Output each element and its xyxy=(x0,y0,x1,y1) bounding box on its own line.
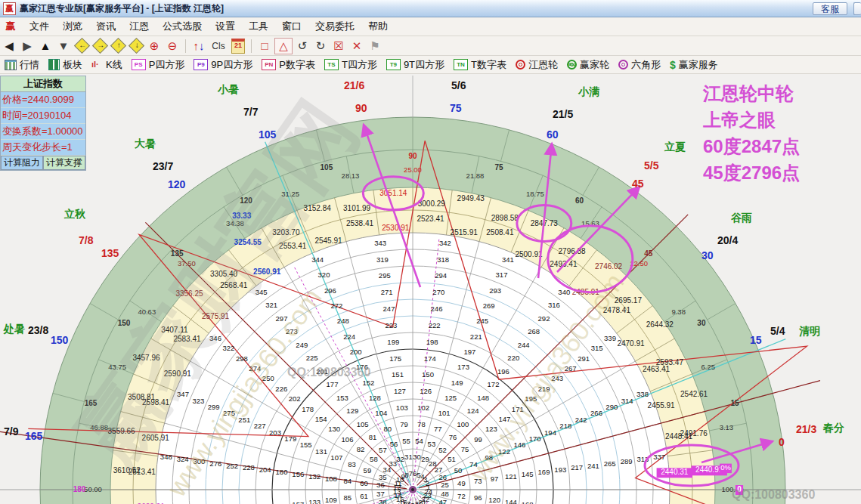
svg-text:133: 133 xyxy=(308,498,321,504)
menu-item-2[interactable]: 资讯 xyxy=(89,19,122,33)
svg-text:2440.91: 2440.91 xyxy=(695,465,723,474)
svg-text:314: 314 xyxy=(621,397,633,405)
svg-text:2538.41: 2538.41 xyxy=(346,219,374,227)
svg-text:320: 320 xyxy=(318,271,330,279)
wheel-outer-label: 5/6 xyxy=(451,79,466,91)
svg-text:2593.47: 2593.47 xyxy=(656,358,684,366)
tool-quotes[interactable]: 行情 xyxy=(5,58,39,72)
tool-gann-wheel[interactable]: 江恩轮 xyxy=(516,58,558,72)
menu-item-3[interactable]: 江恩 xyxy=(122,19,156,33)
updown-marker-button[interactable]: ↑↓ xyxy=(190,39,207,54)
partial-button[interactable] xyxy=(853,2,861,15)
tool-winner-wheel[interactable]: Big赢家轮 xyxy=(567,58,609,72)
svg-text:72: 72 xyxy=(457,492,466,500)
svg-text:53: 53 xyxy=(428,440,436,448)
calc-support-button[interactable]: 计算支撑 xyxy=(43,156,85,170)
svg-text:84: 84 xyxy=(343,477,352,485)
svg-text:319: 319 xyxy=(376,255,389,264)
menu-item-1[interactable]: 浏览 xyxy=(56,19,89,33)
customer-service-button[interactable]: 客服 xyxy=(813,2,847,15)
wheel-outer-label: 135 xyxy=(101,247,119,259)
svg-text:2746.02: 2746.02 xyxy=(595,262,623,271)
nav-prev-button[interactable]: ◀ xyxy=(1,39,17,54)
wheel-outer-label: 0 xyxy=(779,436,785,448)
cls-button[interactable]: Cls xyxy=(209,39,228,54)
svg-text:293: 293 xyxy=(489,286,501,295)
svg-text:2530.91: 2530.91 xyxy=(382,224,410,232)
tool-t-square[interactable]: TST四方形 xyxy=(324,58,377,72)
svg-text:318: 318 xyxy=(437,255,449,264)
draw-rect-button[interactable]: □ xyxy=(256,39,273,54)
t-square-icon: TS xyxy=(324,59,339,70)
tool-sectors[interactable]: 板块 xyxy=(48,58,82,72)
svg-text:2523.41: 2523.41 xyxy=(417,215,444,223)
svg-text:80: 80 xyxy=(383,425,392,433)
rotate-cw-button[interactable]: ↻ xyxy=(312,39,329,54)
rotate-ccw-button[interactable]: ↺ xyxy=(294,39,311,54)
wheel-outer-label: 21/3 xyxy=(796,423,816,435)
winner-wheel-icon: Big xyxy=(567,60,577,70)
nav-next-button[interactable]: ▶ xyxy=(19,39,36,54)
calendar-button[interactable]: 21 xyxy=(230,39,246,54)
draw-triangle-button[interactable]: △ xyxy=(274,38,293,54)
tool-winner-service[interactable]: $赢家服务 xyxy=(670,58,718,72)
info-row-1: 时间=20190104 xyxy=(1,108,85,124)
svg-text:196: 196 xyxy=(497,367,509,376)
nav-down-button[interactable]: ▼ xyxy=(55,39,72,54)
svg-text:109: 109 xyxy=(325,496,337,504)
svg-text:269: 269 xyxy=(483,301,495,310)
gann-wheel-chart-area[interactable]: 1234567891011121314151617181920212223242… xyxy=(0,74,861,504)
svg-text:106: 106 xyxy=(342,435,354,444)
svg-text:3101.99: 3101.99 xyxy=(343,204,371,212)
tool-kline[interactable]: ıl·K线 xyxy=(91,58,122,72)
svg-text:315: 315 xyxy=(591,344,603,352)
menu-item-6[interactable]: 工具 xyxy=(242,19,275,33)
svg-text:3.13: 3.13 xyxy=(720,423,734,431)
svg-text:3051.14: 3051.14 xyxy=(379,189,407,197)
shift-left-button[interactable]: ← xyxy=(73,39,90,54)
wheel-outer-label: 21/5 xyxy=(553,108,573,120)
boxed-x-button[interactable]: ☒ xyxy=(330,39,347,54)
menu-item-8[interactable]: 交易委托 xyxy=(308,19,361,33)
svg-text:108: 108 xyxy=(325,475,337,483)
svg-text:57: 57 xyxy=(379,446,387,454)
tool-9p-square[interactable]: P99P四方形 xyxy=(194,58,252,72)
svg-text:6: 6 xyxy=(413,469,417,478)
nav-up-button[interactable]: ▲ xyxy=(37,39,54,54)
svg-text:218: 218 xyxy=(559,422,571,430)
svg-text:168: 168 xyxy=(522,500,534,504)
svg-text:298: 298 xyxy=(236,354,248,363)
shift-up-button[interactable]: ↑ xyxy=(110,39,126,54)
p-table-icon: PN xyxy=(262,59,276,70)
info-row-2: 变换系数=1.00000 xyxy=(1,124,85,140)
zoom-out-button[interactable]: ⊖ xyxy=(164,39,181,54)
cross-marker-button[interactable]: ✕ xyxy=(348,39,365,54)
zoom-in-button[interactable]: ⊕ xyxy=(146,39,163,54)
tool-p-square[interactable]: PSP四方形 xyxy=(132,58,185,72)
menu-item-5[interactable]: 设置 xyxy=(209,19,242,33)
wheel-outer-label: 立秋 xyxy=(64,208,85,221)
tool-hexagon[interactable]: 六角形 xyxy=(618,58,661,72)
menu-item-4[interactable]: 公式选股 xyxy=(156,19,209,33)
menu-item-7[interactable]: 窗口 xyxy=(275,19,308,33)
menu-item-0[interactable]: 文件 xyxy=(23,19,56,33)
tool-t-table[interactable]: TNT数字表 xyxy=(454,58,506,72)
wheel-outer-label: 大暑 xyxy=(135,138,156,151)
tool-9t-square[interactable]: T99T四方形 xyxy=(386,58,444,72)
shift-right-button[interactable]: → xyxy=(91,39,108,54)
svg-text:175: 175 xyxy=(389,354,401,363)
svg-text:38: 38 xyxy=(379,498,387,504)
wheel-outer-label: 30 xyxy=(701,249,714,261)
menu-item-9[interactable]: 帮助 xyxy=(361,19,395,33)
svg-text:2491.76: 2491.76 xyxy=(680,429,708,438)
svg-text:225: 225 xyxy=(306,354,318,362)
tool-p-table[interactable]: PNP数字表 xyxy=(262,58,315,72)
shift-down-button[interactable]: ↓ xyxy=(128,39,144,54)
pin-button[interactable]: ⚑ xyxy=(367,39,383,54)
svg-text:228: 228 xyxy=(243,463,255,472)
svg-text:245: 245 xyxy=(476,317,488,325)
calc-resistance-button[interactable]: 计算阻力 xyxy=(1,156,43,170)
grid-icon xyxy=(5,60,17,70)
svg-text:227: 227 xyxy=(254,422,266,430)
wheel-outer-label: 165 xyxy=(25,430,42,442)
